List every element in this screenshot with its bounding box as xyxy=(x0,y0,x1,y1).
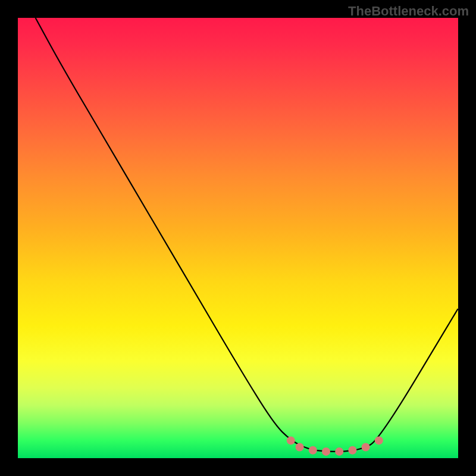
curve-svg xyxy=(18,18,458,458)
highlight-dot xyxy=(362,443,370,452)
watermark-text: TheBottleneck.com xyxy=(348,4,469,19)
plot-area xyxy=(18,18,458,458)
highlight-dot xyxy=(348,446,356,455)
highlight-dot xyxy=(309,446,317,455)
highlight-dot xyxy=(335,447,343,456)
highlight-dot xyxy=(375,436,383,444)
highlight-dot xyxy=(296,443,304,452)
highlight-dot xyxy=(322,447,330,456)
highlight-markers xyxy=(287,436,383,456)
highlight-dot xyxy=(287,436,295,444)
bottleneck-curve-path xyxy=(36,18,458,452)
